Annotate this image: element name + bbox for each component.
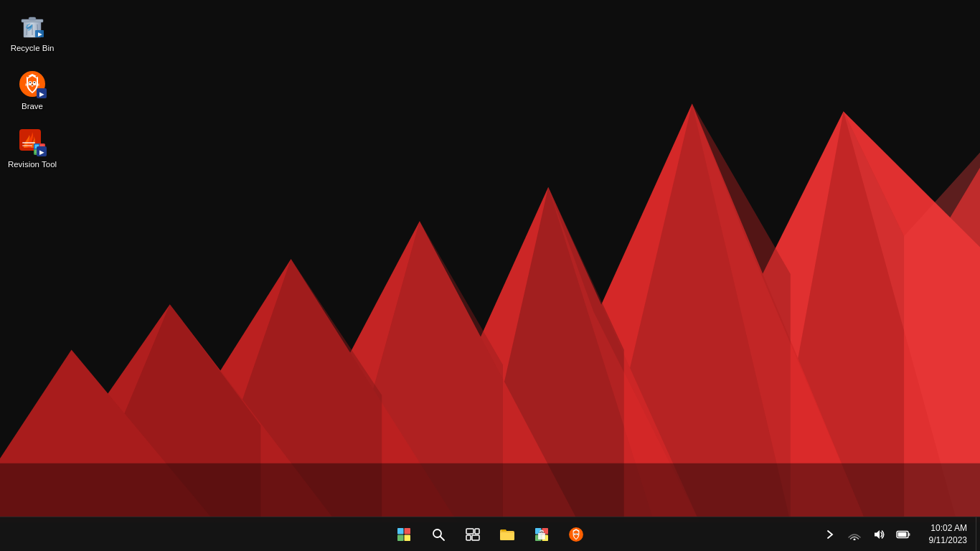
svg-line-60: [440, 536, 445, 540]
desktop-icons-container: ▶ Recycle Bin: [0, 0, 65, 182]
system-tray: [813, 517, 920, 551]
svg-rect-56: [405, 528, 411, 534]
show-desktop-button[interactable]: [976, 517, 980, 551]
start-button[interactable]: [388, 519, 420, 550]
brave-label: Brave: [22, 101, 43, 112]
svg-rect-55: [397, 528, 404, 534]
recycle-bin-image: ▶: [18, 11, 47, 40]
svg-rect-62: [475, 529, 479, 534]
wallpaper-svg: [0, 0, 980, 522]
battery-icon[interactable]: [892, 523, 915, 546]
svg-point-33: [29, 82, 31, 83]
clock-time: 10:02 AM: [930, 522, 967, 534]
recycle-bin-label: Recycle Bin: [11, 43, 55, 54]
recycle-bin-icon[interactable]: ▶ Recycle Bin: [4, 7, 61, 58]
svg-point-72: [575, 533, 575, 534]
svg-rect-19: [0, 463, 980, 522]
svg-rect-43: [22, 145, 32, 146]
clock-date: 9/11/2023: [929, 534, 967, 547]
svg-point-74: [853, 538, 855, 540]
taskbar: 10:02 AM 9/11/2023: [0, 517, 980, 551]
show-hidden-icons-button[interactable]: [819, 523, 842, 546]
clock[interactable]: 10:02 AM 9/11/2023: [920, 517, 976, 551]
svg-rect-57: [397, 534, 404, 541]
svg-rect-61: [466, 529, 473, 534]
revision-tool-image: ▶: [18, 128, 47, 156]
svg-rect-76: [897, 532, 906, 537]
svg-rect-77: [908, 533, 910, 536]
svg-point-34: [34, 82, 35, 83]
svg-rect-63: [466, 535, 471, 540]
brave-browser-icon[interactable]: ▶ Brave: [4, 65, 61, 116]
svg-rect-32: [32, 85, 34, 87]
brave-browser-taskbar-button[interactable]: [560, 519, 592, 550]
svg-text:▶: ▶: [39, 90, 44, 97]
svg-rect-23: [29, 17, 36, 20]
brave-browser-image: ▶: [18, 70, 47, 98]
revision-tool-icon[interactable]: ▶ Revision Tool: [4, 123, 61, 174]
network-icon[interactable]: [843, 523, 866, 546]
volume-icon[interactable]: [867, 523, 890, 546]
ms-store-button[interactable]: [526, 519, 557, 550]
desktop-background: [0, 0, 980, 551]
svg-rect-42: [22, 142, 35, 143]
taskbar-right: 10:02 AM 9/11/2023: [813, 517, 980, 551]
svg-point-73: [577, 533, 578, 534]
svg-rect-64: [472, 535, 479, 540]
taskbar-center-items: [388, 519, 592, 550]
svg-text:▶: ▶: [39, 149, 44, 155]
search-button[interactable]: [423, 519, 454, 550]
file-explorer-button[interactable]: [491, 519, 523, 550]
svg-rect-58: [405, 534, 411, 541]
revision-tool-label: Revision Tool: [8, 159, 57, 170]
task-view-button[interactable]: [457, 519, 489, 550]
